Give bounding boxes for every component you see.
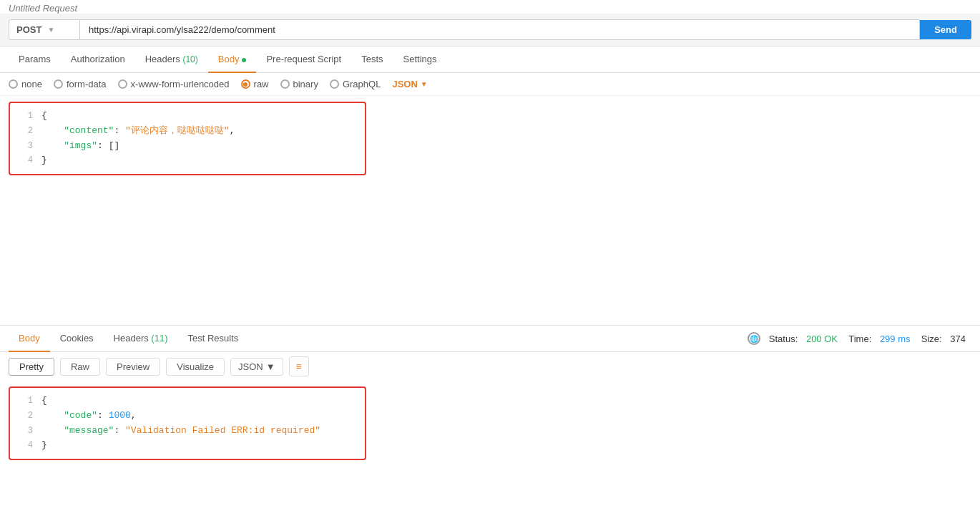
pretty-button[interactable]: Pretty <box>9 358 54 376</box>
radio-graphql[interactable]: GraphQL <box>330 79 381 89</box>
code-line-3: 3 "imgs": [] <box>16 139 359 154</box>
time-value: 299 ms <box>880 334 911 344</box>
radio-binary-circle <box>280 79 290 89</box>
radio-graphql-circle <box>330 79 339 89</box>
response-json-format-dropdown[interactable]: JSON ▼ <box>230 358 283 376</box>
tab-body[interactable]: Body <box>208 47 257 73</box>
radio-raw[interactable]: raw <box>241 79 269 89</box>
request-code-box[interactable]: 1 { 2 "content": "评论内容，哒哒哒哒哒", 3 "imgs":… <box>9 102 366 175</box>
resp-tab-cookies[interactable]: Cookies <box>50 326 104 352</box>
time-label: Time: <box>848 334 871 344</box>
code-line-1: 1 { <box>16 109 359 124</box>
body-type-row: none form-data x-www-form-urlencoded raw… <box>0 73 980 96</box>
line-num-4: 4 <box>16 154 33 167</box>
spacer <box>0 239 980 325</box>
code-line-2: 2 "content": "评论内容，哒哒哒哒哒", <box>16 124 359 139</box>
resp-line-num-1: 1 <box>16 394 33 408</box>
resp-code-line-2: 2 "code": 1000, <box>16 409 359 424</box>
response-code-box[interactable]: 1 { 2 "code": 1000, 3 "message": "Valida… <box>9 386 366 460</box>
tab-pre-request-script[interactable]: Pre-request Script <box>256 47 351 73</box>
radio-raw-circle <box>241 79 250 89</box>
response-body: 1 { 2 "code": 1000, 3 "message": "Valida… <box>0 381 980 466</box>
status-bar: 🌐 Status: 200 OK Time: 299 ms Size: 374 <box>748 332 971 345</box>
request-tabs: Params Authorization Headers (10) Body P… <box>0 47 980 73</box>
status-label: Status: <box>769 334 798 344</box>
line-num-3: 3 <box>16 140 33 153</box>
preview-button[interactable]: Preview <box>106 358 160 376</box>
radio-none-circle <box>9 79 18 89</box>
tab-params[interactable]: Params <box>9 47 61 73</box>
method-label: POST <box>16 24 41 35</box>
tab-headers[interactable]: Headers (10) <box>135 47 208 73</box>
resp-headers-badge: (11) <box>151 333 167 344</box>
radio-none[interactable]: none <box>9 79 42 89</box>
json-format-chevron: ▼ <box>421 80 428 88</box>
method-chevron: ▼ <box>47 26 54 34</box>
page-title: Untitled Request <box>0 0 980 14</box>
radio-x-www-form-urlencoded-circle <box>118 79 127 89</box>
response-tabs: Body Cookies Headers (11) Test Results 🌐… <box>0 325 980 352</box>
tab-tests[interactable]: Tests <box>351 47 393 73</box>
resp-json-chevron: ▼ <box>266 361 275 372</box>
method-select[interactable]: POST ▼ <box>9 19 80 40</box>
request-bar: POST ▼ Send <box>0 14 980 47</box>
status-value: 200 OK <box>806 334 838 344</box>
globe-icon: 🌐 <box>748 332 760 345</box>
resp-tab-headers[interactable]: Headers (11) <box>104 326 178 352</box>
size-value: 374 <box>950 334 966 344</box>
resp-line-num-3: 3 <box>16 424 33 438</box>
visualize-button[interactable]: Visualize <box>166 358 225 376</box>
resp-code-line-4: 4 } <box>16 438 359 453</box>
radio-x-www-form-urlencoded[interactable]: x-www-form-urlencoded <box>118 79 230 89</box>
json-format-dropdown[interactable]: JSON ▼ <box>392 79 427 89</box>
send-button[interactable]: Send <box>920 20 971 39</box>
tab-settings[interactable]: Settings <box>393 47 447 73</box>
resp-line-num-2: 2 <box>16 409 33 423</box>
resp-line-num-4: 4 <box>16 439 33 452</box>
request-body-editor: 1 { 2 "content": "评论内容，哒哒哒哒哒", 3 "imgs":… <box>0 96 980 239</box>
line-num-2: 2 <box>16 125 33 138</box>
line-num-1: 1 <box>16 109 33 123</box>
resp-tab-body[interactable]: Body <box>9 326 50 352</box>
body-dot-icon <box>242 58 246 62</box>
headers-badge: (10) <box>182 54 197 64</box>
wrap-icon[interactable]: ≡ <box>289 356 309 376</box>
url-input[interactable] <box>80 19 920 40</box>
tab-authorization[interactable]: Authorization <box>61 47 135 73</box>
code-line-4: 4 } <box>16 153 359 168</box>
resp-code-line-1: 1 { <box>16 394 359 409</box>
radio-form-data-circle <box>54 79 63 89</box>
size-label: Size: <box>921 334 942 344</box>
resp-code-line-3: 3 "message": "Validation Failed ERR:id r… <box>16 424 359 439</box>
radio-form-data[interactable]: form-data <box>54 79 107 89</box>
resp-tab-test-results[interactable]: Test Results <box>177 326 248 352</box>
radio-binary[interactable]: binary <box>280 79 318 89</box>
response-toolbar: Pretty Raw Preview Visualize JSON ▼ ≡ <box>0 352 980 381</box>
raw-button[interactable]: Raw <box>60 358 100 376</box>
